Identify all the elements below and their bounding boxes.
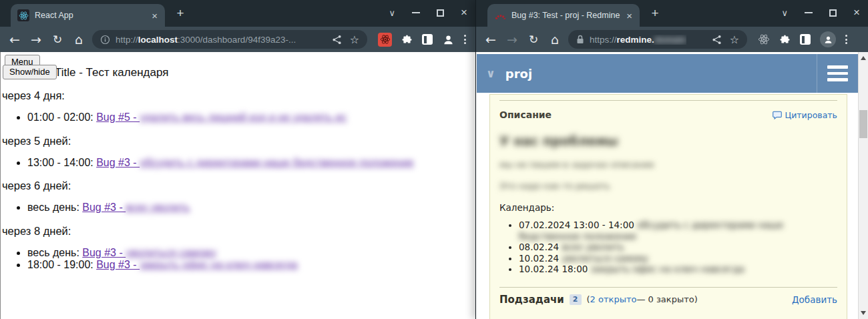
hamburger-menu-icon[interactable] [827,65,848,81]
showhide-button[interactable]: Show/hide [3,65,57,79]
bug-link[interactable]: Bug #3 - всех уволить [82,202,190,213]
reload-icon[interactable]: ↻ [49,33,65,46]
calendar-item: 07.02.2024 13:00 - 14:00 обсудить с дире… [519,220,837,242]
back-icon[interactable]: ← [7,33,23,46]
extensions-puzzle-icon[interactable] [401,34,413,45]
bug-link[interactable]: Bug #3 - уволиться самому [82,247,216,258]
redacted-text: уволиться самому [562,253,648,264]
quote-link[interactable]: Цитировать [773,110,838,120]
scroll-down-icon[interactable] [861,311,866,315]
bookmark-star-icon[interactable]: ☆ [730,33,739,46]
right-extension-icons [752,31,850,47]
tab-title: React App [35,11,146,20]
redmine-header: ∨ proj [477,54,858,93]
section-header: через 6 дней: [2,180,475,192]
redacted-text: обсудить с директорами наше бедственное … [140,157,414,168]
redmine-favicon-icon [494,9,506,21]
subtasks-heading: Подзадачи [499,294,564,306]
forward-icon[interactable]: → [28,33,44,46]
right-address-bar[interactable]: https://redmine.domain ☆ [568,30,747,49]
url-text: http://localhost:3000/dashboard/94f39a23… [116,35,296,45]
page-header-area: Menu Show/hide Title - Тест календаря [1,52,475,79]
redacted-text: удалить весь лишний код и не удалять ис [140,111,347,123]
subtasks-row: Подзадачи 2 (2 открыто — 0 закрыто) Доба… [499,294,837,306]
tab-search-icon[interactable]: ∨ [389,8,396,18]
calendar-heading: Календарь: [499,202,837,213]
right-toolbar: ← → ↻ ⌂ https://redmine.domain ☆ [476,27,868,52]
home-icon[interactable]: ⌂ [547,33,563,46]
redacted-text: уволиться самому [126,247,216,258]
home-icon[interactable]: ⌂ [71,33,87,46]
redacted-text: закрыть офис на ключ навсегда [591,264,745,274]
react-app-page: Menu Show/hide Title - Тест календаря че… [0,52,475,319]
pill-actions: ☆ [332,33,359,46]
add-subtask-link[interactable]: Добавить [792,294,837,305]
pill-actions: ☆ [712,33,739,46]
minimize-icon[interactable] [805,12,813,13]
close-window-icon[interactable]: × [461,8,467,17]
open-subtasks-link[interactable]: 2 открыто [590,294,637,304]
left-address-bar[interactable]: http://localhost:3000/dashboard/94f39a23… [92,30,367,49]
side-panel-icon[interactable] [422,34,433,45]
header-separator [817,54,817,93]
tab-close-icon[interactable]: × [624,11,634,21]
event-list: весь день: Bug #3 - всех уволить [1,202,475,214]
description-header-row: Описание Цитировать [499,109,837,120]
divider [499,287,837,288]
info-icon[interactable] [100,35,110,45]
left-toolbar: ← → ↻ ⌂ http://localhost:3000/dashboard/… [0,27,475,52]
left-extension-icons [373,33,469,47]
profile-avatar-icon[interactable] [820,31,836,47]
redacted-domain: domain [654,35,686,45]
bug-link[interactable]: Bug #3 - обсудить с директорами наше бед… [96,157,414,168]
share-icon[interactable] [712,35,722,45]
section-header: через 5 дней: [2,135,475,147]
maximize-icon[interactable] [829,9,837,17]
new-tab-button[interactable]: + [647,5,663,21]
section-header: через 8 дней: [2,225,475,238]
scrollbar-thumb[interactable] [859,110,867,138]
redacted-text: всех уволить [562,242,624,252]
event-list: весь день: Bug #3 - уволиться самому 18:… [1,247,475,272]
share-icon[interactable] [332,35,342,45]
page-title: Title - Тест календаря [55,66,168,79]
divider [499,100,837,101]
minimize-icon[interactable] [412,12,420,13]
scroll-up-icon[interactable] [861,56,866,60]
event-list: 13:00 - 14:00: Bug #3 - обсудить с дирек… [1,157,475,170]
left-browser-window: React App × + ∨ × ← → ↻ ⌂ http://localho… [0,0,475,319]
redacted-paragraph: мы не пишем в задачах описание [499,160,837,170]
right-browser-window: Bug #3: Test - proj - Redmine × + ∨ × ← … [475,0,868,319]
page-scrollbar[interactable] [858,52,868,319]
right-tabstrip: Bug #3: Test - proj - Redmine × + ∨ × [476,0,868,27]
extensions-puzzle-icon[interactable] [779,34,791,45]
closed-count-text: — 0 закрыто) [636,294,697,304]
reload-icon[interactable]: ↻ [525,33,541,46]
back-icon[interactable]: ← [483,33,499,46]
tab-react-app[interactable]: React App × [11,4,165,27]
tab-redmine[interactable]: Bug #3: Test - proj - Redmine × [487,4,640,27]
bug-link[interactable]: Bug #3 - закрыть офис на ключ навсегда [96,259,298,270]
tab-search-icon[interactable]: ∨ [782,8,789,18]
description-heading: Описание [499,109,552,120]
section-header: через 4 дня: [2,89,475,102]
browser-menu-icon[interactable] [464,35,466,44]
redacted-issue-title: У нас проблемы [499,133,837,148]
collapse-chevron-icon[interactable]: ∨ [486,67,495,80]
bug-link[interactable]: Bug #5 - удалить весь лишний код и не уд… [96,111,347,123]
maximize-icon[interactable] [437,9,444,17]
react-devtools-icon[interactable] [378,33,392,47]
new-tab-button[interactable]: + [172,5,188,21]
calendar-item: 10.02.24 18:00 закрыть офис на ключ навс… [519,264,837,275]
profile-avatar-icon[interactable] [442,33,455,46]
event-item: весь день: Bug #3 - всех уволить [27,202,475,214]
close-window-icon[interactable]: × [853,8,860,17]
bookmark-star-icon[interactable]: ☆ [350,33,359,46]
browser-menu-icon[interactable] [845,35,847,44]
tab-close-icon[interactable]: × [150,11,160,21]
side-panel-icon[interactable] [800,34,811,45]
forward-icon[interactable]: → [504,33,520,46]
redacted-paragraph: Это надо как-то решать [499,181,837,191]
react-devtools-icon[interactable] [758,33,770,45]
event-list: 01:00 - 02:00: Bug #5 - удалить весь лиш… [1,111,475,124]
